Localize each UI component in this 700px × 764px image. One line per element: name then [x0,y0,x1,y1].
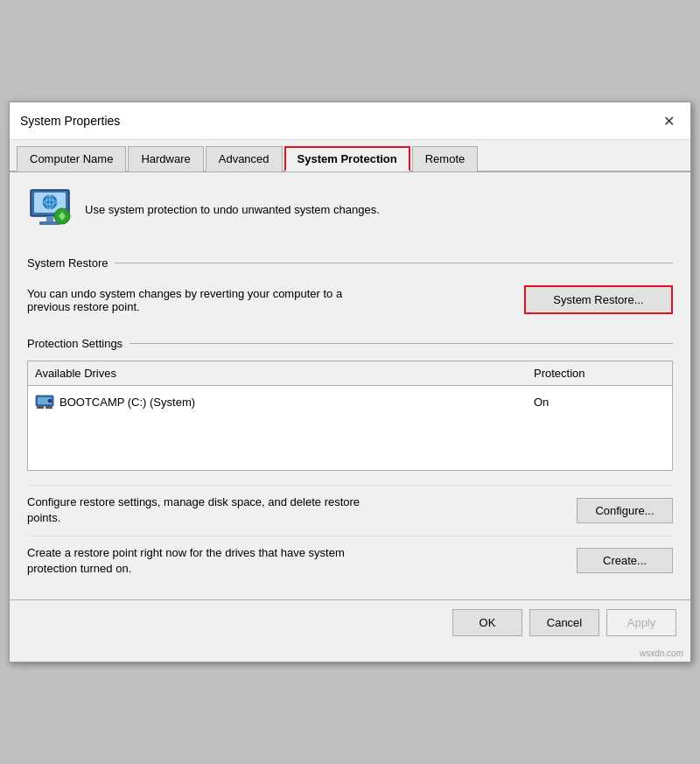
svg-rect-11 [46,406,52,409]
header-section: Use system protection to undo unwanted s… [27,186,673,241]
table-header: Available Drives Protection [28,361,672,386]
tab-hardware[interactable]: Hardware [128,146,203,172]
svg-rect-5 [46,216,53,221]
tab-bar: Computer Name Hardware Advanced System P… [10,140,690,172]
tab-system-protection[interactable]: System Protection [284,146,410,172]
title-bar: System Properties ✕ [10,102,690,140]
computer-icon [27,186,73,232]
system-restore-button[interactable]: System Restore... [524,285,673,314]
window-title: System Properties [20,114,120,128]
protection-table: Available Drives Protection BOOTCAMP (C:… [27,361,673,471]
table-row[interactable]: BOOTCAMP (C:) (System) On [28,386,672,417]
create-description: Create a restore point right now for the… [27,545,377,577]
configure-button[interactable]: Configure... [577,498,673,523]
table-empty-space [28,417,672,470]
svg-point-12 [48,399,52,403]
tab-content: Use system protection to undo unwanted s… [10,172,690,599]
configure-description: Configure restore settings, manage disk … [27,494,377,526]
protection-settings-section-label: Protection Settings [27,337,673,350]
close-button[interactable]: ✕ [657,109,680,132]
drive-icon [35,394,54,410]
create-row: Create a restore point right now for the… [27,536,673,585]
cancel-button[interactable]: Cancel [529,609,599,636]
watermark: wsxdn.com [10,645,690,662]
system-restore-section-label: System Restore [27,256,673,270]
ok-button[interactable]: OK [452,609,522,636]
restore-description: You can undo system changes by reverting… [27,287,360,313]
column-header-protection: Protection [534,367,665,380]
create-button[interactable]: Create... [577,548,673,573]
tab-advanced[interactable]: Advanced [206,146,283,172]
drive-name: BOOTCAMP (C:) (System) [60,396,195,409]
tab-remote[interactable]: Remote [412,146,479,172]
protection-status: On [534,396,665,409]
system-restore-row: You can undo system changes by reverting… [27,280,673,319]
system-properties-window: System Properties ✕ Computer Name Hardwa… [9,102,691,662]
column-header-drives: Available Drives [35,367,534,380]
svg-rect-10 [37,406,44,409]
dialog-footer: OK Cancel Apply [10,599,690,645]
drive-cell: BOOTCAMP (C:) (System) [35,394,534,410]
header-text: Use system protection to undo unwanted s… [85,203,380,216]
tab-computer-name[interactable]: Computer Name [17,146,126,172]
apply-button[interactable]: Apply [606,609,676,636]
configure-row: Configure restore settings, manage disk … [27,485,673,535]
